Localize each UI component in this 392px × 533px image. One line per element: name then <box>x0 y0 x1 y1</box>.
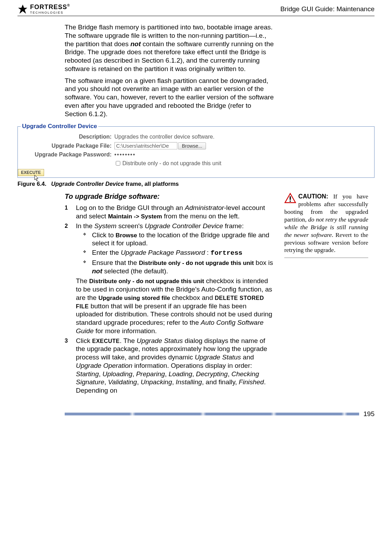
substep-password: Enter the Upgrade Package Password : for… <box>83 248 275 258</box>
page-number: 195 <box>363 410 375 418</box>
svg-rect-2 <box>290 196 291 200</box>
figure-caption: Figure 6.4. Upgrade Controller Device fr… <box>17 181 375 187</box>
step-3: Click EXECUTE. The Upgrade Status dialog… <box>65 337 275 395</box>
package-file-label: Upgrade Package File: <box>21 143 114 149</box>
logo-subtext: TECHNOLOGIES <box>30 11 70 14</box>
intro-text: The Bridge flash memory is partitioned i… <box>65 23 275 118</box>
guide-title: Bridge GUI Guide: Maintenance <box>280 5 375 13</box>
upgrade-controller-frame: Upgrade Controller Device Description: U… <box>17 123 375 178</box>
page-footer: 195 <box>17 410 375 418</box>
package-password-value[interactable]: •••••••• <box>114 152 136 158</box>
svg-marker-0 <box>18 4 27 13</box>
substep-distribute: Ensure that the Distribute only - do not… <box>83 259 275 275</box>
logo: FORTRESS® TECHNOLOGIES <box>17 3 70 14</box>
distribute-only-label: Distribute only - do not upgrade this un… <box>122 160 221 167</box>
description-label: Description: <box>21 134 114 140</box>
procedure-heading: To upgrade Bridge software: <box>65 192 275 201</box>
intro-not: not <box>130 40 141 48</box>
intro-p2: The software image on a given flash part… <box>65 77 275 118</box>
caution-callout: CAUTION: If you have problems after succ… <box>284 193 368 258</box>
cursor-icon <box>34 174 40 183</box>
figure-title-rest: frame, all platforms <box>124 181 179 187</box>
description-value: Upgrades the controller device software. <box>114 134 214 140</box>
fortress-logo-icon <box>17 4 28 14</box>
package-password-label: Upgrade Package Password: <box>21 152 114 158</box>
substep-browse: Click to Browse to the location of the B… <box>83 231 275 248</box>
step-1: Log on to the Bridge GUI through an Admi… <box>65 204 275 220</box>
procedure: To upgrade Bridge software: Log on to th… <box>65 192 275 396</box>
distribute-only-checkbox[interactable] <box>116 161 120 166</box>
figure-number: Figure 6.4. <box>17 181 47 187</box>
step2-note: The Distribute only - do not upgrade thi… <box>76 277 275 335</box>
footer-bar <box>65 413 359 415</box>
execute-button[interactable]: EXECUTE <box>18 169 44 176</box>
step-2: In the System screen's Upgrade Controlle… <box>65 222 275 335</box>
frame-legend: Upgrade Controller Device <box>21 123 98 130</box>
browse-button[interactable]: Browse... <box>178 142 206 149</box>
package-file-input[interactable] <box>114 142 177 149</box>
caution-label: CAUTION: <box>298 193 328 200</box>
logo-text: FORTRESS <box>30 3 67 10</box>
svg-rect-3 <box>290 201 291 202</box>
figure-title-em: Upgrade Controller Device <box>51 181 124 187</box>
caution-icon <box>284 193 296 203</box>
page-header: FORTRESS® TECHNOLOGIES Bridge GUI Guide:… <box>17 3 375 16</box>
